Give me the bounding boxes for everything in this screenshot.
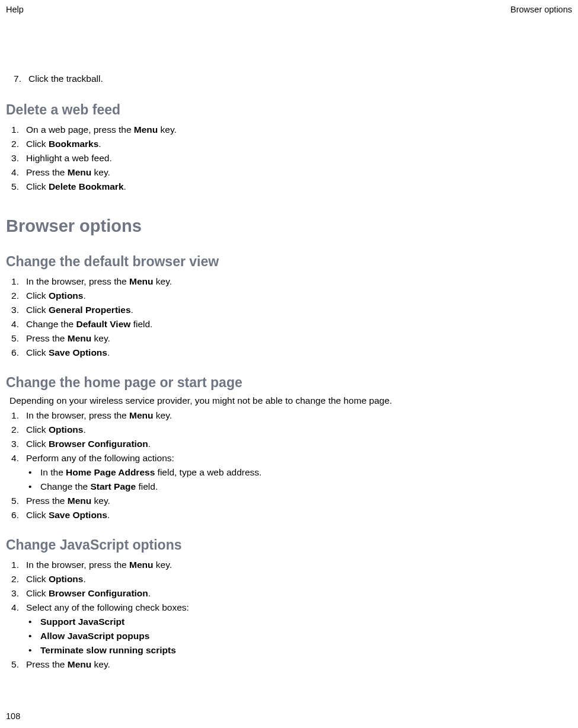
list-item: 3.Click Browser Configuration. xyxy=(8,586,572,601)
list-item: 4.Perform any of the following actions: … xyxy=(8,451,572,494)
list-item: 2.Click Options. xyxy=(8,289,572,303)
list-item: 1.In the browser, press the Menu key. xyxy=(8,408,572,423)
list-item: 4.Press the Menu key. xyxy=(8,165,572,180)
list-item: 5.Press the Menu key. xyxy=(8,331,572,346)
bullet-item: Support JavaScript xyxy=(26,615,572,629)
heading-default-view: Change the default browser view xyxy=(6,254,572,270)
list-item: 5.Click Delete Bookmark. xyxy=(8,180,572,194)
list-item: 6.Click Save Options. xyxy=(8,508,572,522)
heading-delete-feed: Delete a web feed xyxy=(6,102,572,118)
home-page-bullets: In the Home Page Address field, type a w… xyxy=(26,465,572,494)
default-view-steps: 1.In the browser, press the Menu key. 2.… xyxy=(8,274,572,360)
list-item: 5.Press the Menu key. xyxy=(8,494,572,508)
delete-feed-steps: 1.On a web page, press the Menu key. 2.C… xyxy=(8,123,572,194)
list-item: 3.Highlight a web feed. xyxy=(8,151,572,165)
bullet-item: Terminate slow running scripts xyxy=(26,643,572,657)
list-item: 1.On a web page, press the Menu key. xyxy=(8,123,572,137)
list-item: 2.Click Bookmarks. xyxy=(8,137,572,151)
list-item: 3.Click Browser Configuration. xyxy=(8,437,572,451)
list-item: 6.Click Save Options. xyxy=(8,346,572,360)
page-header: Help Browser options xyxy=(6,5,572,14)
list-item: 3.Click General Properties. xyxy=(8,303,572,317)
page-number: 108 xyxy=(6,711,20,721)
heading-javascript: Change JavaScript options xyxy=(6,537,572,553)
list-item: 4.Select any of the following check boxe… xyxy=(8,601,572,657)
home-page-steps: 1.In the browser, press the Menu key. 2.… xyxy=(8,408,572,522)
step-7-num: 7. xyxy=(9,74,21,84)
list-item: 1.In the browser, press the Menu key. xyxy=(8,558,572,572)
list-item: 1.In the browser, press the Menu key. xyxy=(8,274,572,289)
home-page-intro: Depending on your wireless service provi… xyxy=(9,395,572,406)
bullet-item: Allow JavaScript popups xyxy=(26,629,572,643)
list-item: 5.Press the Menu key. xyxy=(8,657,572,672)
javascript-bullets: Support JavaScript Allow JavaScript popu… xyxy=(26,615,572,657)
step-7: 7.Click the trackball. xyxy=(9,74,572,84)
list-item: 4.Change the Default View field. xyxy=(8,317,572,331)
content: 7.Click the trackball. Delete a web feed… xyxy=(6,74,572,672)
bullet-item: Change the Start Page field. xyxy=(26,480,572,494)
list-item: 2.Click Options. xyxy=(8,423,572,437)
list-item: 2.Click Options. xyxy=(8,572,572,586)
bullet-item: In the Home Page Address field, type a w… xyxy=(26,465,572,480)
javascript-steps: 1.In the browser, press the Menu key. 2.… xyxy=(8,558,572,672)
header-left: Help xyxy=(6,5,24,14)
heading-home-page: Change the home page or start page xyxy=(6,375,572,391)
heading-browser-options: Browser options xyxy=(6,216,572,236)
header-right: Browser options xyxy=(510,5,572,14)
step-7-text: Click the trackball. xyxy=(28,74,103,84)
